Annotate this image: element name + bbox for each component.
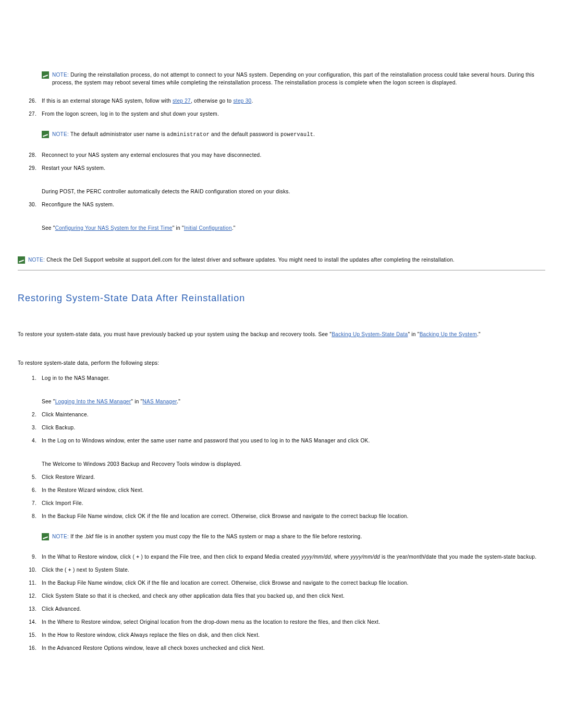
step-number: 5	[18, 473, 42, 481]
step-b10: 10 Click the ( + ) next to System State.	[18, 566, 545, 574]
step-27: 27 From the logon screen, log in to the …	[18, 110, 545, 118]
step-body: Log in to the NAS Manager.	[42, 374, 545, 382]
section-heading-restoring: Restoring System-State Data After Reinst…	[18, 291, 545, 305]
step-body: Reconnect to your NAS system any externa…	[42, 151, 545, 159]
step-number: 27	[18, 110, 42, 118]
text: ."	[477, 331, 481, 337]
step-number: 11	[18, 579, 42, 587]
link-step-27[interactable]: step 27	[173, 98, 191, 104]
step-body: Restart your NAS system.	[42, 164, 545, 172]
step-number: 26	[18, 97, 42, 105]
step-number: 13	[18, 605, 42, 613]
note-icon	[18, 256, 25, 264]
text: , otherwise go to	[191, 98, 234, 104]
step-number: 14	[18, 618, 42, 626]
step-b3: 3 Click Backup.	[18, 424, 545, 431]
code-password: powervault	[280, 132, 313, 138]
text: In the What to Restore window, click ( +…	[42, 554, 301, 560]
step-body: In the How to Restore window, click Alwa…	[42, 631, 545, 639]
step-number: 16	[18, 644, 42, 652]
link-backing-up-system-state[interactable]: Backing Up System-State Data	[332, 331, 408, 337]
note-icon	[42, 131, 49, 138]
link-configuring-nas[interactable]: Configuring Your NAS System for the Firs…	[55, 225, 173, 231]
step-body: In the Backup File Name window, click OK…	[42, 512, 545, 520]
note-label: NOTE:	[28, 257, 45, 263]
intro-paragraph-2: To restore system-state data, perform th…	[18, 359, 545, 367]
intro-paragraph: To restore your system-state data, you m…	[18, 330, 545, 338]
step-body: Click Import File.	[42, 499, 545, 507]
step-number: 30	[18, 201, 42, 208]
paragraph: See "Configuring Your NAS System for the…	[42, 224, 545, 232]
step-b2: 2 Click Maintenance.	[18, 411, 545, 418]
step-b9: 9 In the What to Restore window, click (…	[18, 553, 545, 561]
step-body: Click Restore Wizard.	[42, 473, 545, 481]
note-body: During the reinstallation process, do no…	[52, 72, 534, 85]
step-b15: 15 In the How to Restore window, click A…	[18, 631, 545, 639]
text: To restore your system-state data, you m…	[18, 331, 332, 337]
step-b16: 16 In the Advanced Restore Options windo…	[18, 644, 545, 652]
note-icon	[42, 533, 49, 540]
text: If the .bkf file is in another system yo…	[70, 534, 362, 539]
note-block: NOTE: The default administrator user nam…	[42, 130, 545, 139]
text: , where	[331, 554, 351, 560]
step-number: 29	[18, 164, 42, 172]
step-29: 29 Restart your NAS system.	[18, 164, 545, 172]
text: is the year/month/date that you made the…	[380, 554, 536, 560]
note-block: NOTE: Check the Dell Support website at …	[18, 256, 545, 264]
step-b13: 13 Click Advanced.	[18, 605, 545, 613]
note-text: NOTE: During the reinstallation process,…	[52, 71, 545, 87]
note-label: NOTE:	[52, 72, 69, 78]
link-backing-up-system[interactable]: Backing Up the System	[420, 331, 477, 337]
step-body: Reconfigure the NAS system.	[42, 201, 545, 208]
text: See "	[42, 225, 55, 231]
note-label: NOTE:	[52, 534, 69, 539]
divider	[18, 270, 545, 270]
step-b11: 11 In the Backup File Name window, click…	[18, 579, 545, 587]
link-logging-into-nas[interactable]: Logging Into the NAS Manager	[55, 399, 131, 404]
step-number: 28	[18, 151, 42, 159]
step-b6: 6 In the Restore Wizard window, click Ne…	[18, 486, 545, 494]
step-b7: 7 Click Import File.	[18, 499, 545, 507]
step-body: Click System State so that it is checked…	[42, 592, 545, 600]
step-body: In the Restore Wizard window, click Next…	[42, 486, 545, 494]
text: .	[251, 98, 253, 104]
note-text: NOTE: Check the Dell Support website at …	[28, 256, 455, 264]
step-number: 8	[18, 512, 42, 520]
step-b12: 12 Click System State so that it is chec…	[18, 592, 545, 600]
step-body: From the logon screen, log in to the sys…	[42, 110, 545, 118]
note-block: NOTE: During the reinstallation process,…	[42, 3, 545, 87]
text: ."	[232, 225, 236, 231]
text: .	[313, 131, 315, 137]
step-b5: 5 Click Restore Wizard.	[18, 473, 545, 481]
step-body: Click Advanced.	[42, 605, 545, 613]
step-number: 10	[18, 566, 42, 574]
step-body: In the Advanced Restore Options window, …	[42, 644, 545, 652]
step-28: 28 Reconnect to your NAS system any exte…	[18, 151, 545, 159]
step-body: In the What to Restore window, click ( +…	[42, 553, 545, 561]
date-format: yyyy/mm/dd	[351, 554, 380, 560]
note-label: NOTE:	[52, 131, 69, 137]
note-text: NOTE: The default administrator user nam…	[52, 130, 315, 139]
link-initial-configuration[interactable]: Initial Configuration	[184, 225, 232, 231]
step-body: Click the ( + ) next to System State.	[42, 566, 545, 574]
note-icon	[42, 71, 49, 79]
step-body: If this is an external storage NAS syste…	[42, 97, 545, 105]
step-b1: 1 Log in to the NAS Manager.	[18, 374, 545, 382]
step-body: In the Backup File Name window, click OK…	[42, 579, 545, 587]
code-username: administrator	[167, 132, 210, 138]
paragraph: See "Logging Into the NAS Manager" in "N…	[42, 398, 545, 405]
text: If this is an external storage NAS syste…	[42, 98, 173, 104]
link-step-30[interactable]: step 30	[234, 98, 252, 104]
step-number: 4	[18, 437, 42, 445]
link-nas-manager[interactable]: NAS Manager	[143, 399, 177, 404]
step-body: In the Log on to Windows window, enter t…	[42, 437, 545, 445]
step-body: In the Where to Restore window, select O…	[42, 618, 545, 626]
step-number: 2	[18, 411, 42, 418]
note-text: NOTE: If the .bkf file is in another sys…	[52, 533, 362, 540]
step-number: 6	[18, 486, 42, 494]
step-number: 15	[18, 631, 42, 639]
step-b14: 14 In the Where to Restore window, selec…	[18, 618, 545, 626]
text: See "	[42, 399, 55, 404]
step-26: 26 If this is an external storage NAS sy…	[18, 97, 545, 105]
text: Check the Dell Support website at suppor…	[46, 257, 455, 263]
